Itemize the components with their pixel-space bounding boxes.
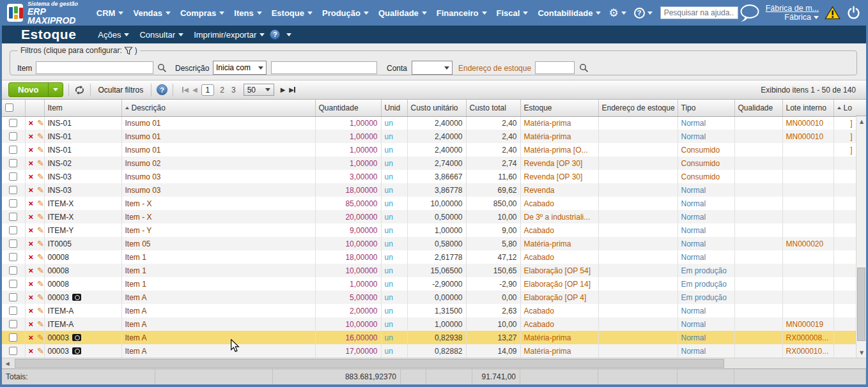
description-filter-input[interactable]: [271, 61, 377, 74]
settings-menu[interactable]: ⚙: [608, 8, 626, 19]
module-menu-a-es[interactable]: Ações: [98, 30, 129, 40]
edit-icon[interactable]: ✎: [37, 145, 44, 155]
edit-icon[interactable]: ✎: [37, 185, 44, 195]
delete-icon[interactable]: ×: [29, 333, 34, 342]
table-row[interactable]: ×✎ITEM-AItem A2,00000un1,315002,63Acabad…: [2, 304, 856, 317]
row-checkbox[interactable]: [9, 186, 17, 194]
camera-icon[interactable]: [72, 347, 81, 354]
column-header-Unid[interactable]: Unid: [381, 100, 407, 116]
edit-icon[interactable]: ✎: [37, 279, 44, 289]
table-row[interactable]: ×✎INS-03Insumo 033,00000un3,8666711,60Re…: [2, 170, 856, 183]
topbar-menu-estoque[interactable]: Estoque: [272, 8, 313, 18]
account-filter-select[interactable]: [412, 61, 453, 75]
warning-icon[interactable]: [825, 6, 841, 20]
location-search-icon[interactable]: [579, 63, 589, 73]
edit-icon[interactable]: ✎: [37, 333, 44, 342]
row-checkbox[interactable]: [9, 253, 17, 261]
column-header-icons[interactable]: [25, 100, 44, 116]
plant-selector[interactable]: Fábrica: [766, 13, 819, 22]
edit-icon[interactable]: ✎: [37, 132, 44, 141]
row-checkbox[interactable]: [9, 132, 17, 140]
chevron-down-icon[interactable]: [286, 33, 291, 36]
row-checkbox[interactable]: [9, 159, 17, 167]
edit-icon[interactable]: ✎: [37, 239, 44, 248]
column-header-Tipo[interactable]: Tipo: [678, 100, 734, 116]
delete-icon[interactable]: ×: [29, 199, 34, 208]
table-row[interactable]: ×✎INS-01Insumo 011,00000un2,400002,40Mat…: [2, 143, 856, 156]
table-row[interactable]: ×✎00008Item 110,00000un15,06500150,65Ela…: [2, 264, 856, 277]
table-row[interactable]: ×✎00003Item A5,00000un0,000000,00Elabora…: [2, 291, 856, 304]
row-checkbox[interactable]: [9, 333, 17, 342]
table-row[interactable]: ×✎INS-01Insumo 011,00000un2,400002,40Mat…: [2, 130, 856, 143]
topbar-menu-crm[interactable]: CRM: [97, 8, 124, 18]
delete-icon[interactable]: ×: [29, 292, 34, 302]
table-row[interactable]: ×✎00008Item 11,00000un-2,90000-2,90Elabo…: [2, 277, 856, 291]
row-checkbox[interactable]: [9, 146, 17, 154]
table-row[interactable]: ×✎INS-01Insumo 011,00000un2,400002,40Mat…: [2, 116, 856, 130]
delete-icon[interactable]: ×: [29, 306, 34, 315]
table-row[interactable]: ×✎INS-02Insumo 021,00000un2,740002,74Rev…: [2, 156, 856, 170]
row-checkbox[interactable]: [9, 347, 17, 355]
row-checkbox[interactable]: [9, 119, 17, 127]
delete-icon[interactable]: ×: [29, 158, 34, 168]
item-search-icon[interactable]: [157, 63, 167, 73]
camera-icon[interactable]: [72, 294, 81, 301]
app-logo[interactable]: Sistema de gestão ERP MAXIPROD: [7, 1, 89, 25]
column-header-Item[interactable]: Item: [44, 100, 121, 116]
location-filter-input[interactable]: [535, 61, 575, 74]
edit-icon[interactable]: ✎: [37, 346, 44, 356]
edit-icon[interactable]: ✎: [37, 292, 44, 302]
page-button-3[interactable]: 3: [230, 86, 237, 95]
delete-icon[interactable]: ×: [29, 279, 34, 289]
delete-icon[interactable]: ×: [29, 172, 34, 181]
help-menu[interactable]: ?: [634, 8, 653, 19]
table-row[interactable]: ×✎00003Item A16,00000un0,8293813,27Matér…: [2, 331, 856, 344]
delete-icon[interactable]: ×: [29, 266, 34, 275]
table-row[interactable]: ×✎ITEM-XItem - X20,00000un0,5000010,00De…: [2, 210, 856, 224]
page-button-2[interactable]: 2: [219, 86, 226, 95]
vertical-scroll-thumb[interactable]: [857, 268, 865, 341]
camera-icon[interactable]: [72, 334, 81, 341]
table-row[interactable]: ×✎ITEM-YItem - Y9,00000un1,000009,00Acab…: [2, 224, 856, 237]
table-row[interactable]: ×✎INS-03Insumo 0318,00000un3,8677869,62R…: [2, 183, 856, 197]
column-header-Qualidade[interactable]: Qualidade: [734, 100, 782, 116]
delete-icon[interactable]: ×: [29, 145, 34, 155]
row-checkbox[interactable]: [9, 280, 17, 288]
grid-help-icon[interactable]: ?: [157, 84, 167, 95]
row-checkbox[interactable]: [9, 320, 17, 328]
new-button-dropdown[interactable]: [48, 83, 63, 96]
edit-icon[interactable]: ✎: [37, 172, 44, 181]
row-checkbox[interactable]: [9, 226, 17, 234]
delete-icon[interactable]: ×: [29, 319, 34, 329]
edit-icon[interactable]: ✎: [37, 225, 44, 235]
edit-icon[interactable]: ✎: [37, 158, 44, 168]
refresh-button[interactable]: [74, 85, 85, 95]
horizontal-scrollbar[interactable]: ◀: [2, 358, 866, 368]
column-header-Lote interno[interactable]: Lote interno: [782, 100, 833, 116]
module-menu-consultar[interactable]: Consultar: [139, 30, 183, 40]
edit-icon[interactable]: ✎: [37, 319, 44, 329]
vertical-scrollbar[interactable]: ▲ ▼: [856, 116, 866, 358]
scroll-left-icon[interactable]: ◀: [2, 358, 13, 368]
row-checkbox[interactable]: [9, 172, 17, 181]
delete-icon[interactable]: ×: [29, 239, 34, 248]
first-page-button[interactable]: ◀: [182, 86, 189, 93]
edit-icon[interactable]: ✎: [37, 306, 44, 315]
edit-icon[interactable]: ✎: [37, 118, 44, 128]
edit-icon[interactable]: ✎: [37, 212, 44, 222]
column-header-Custo total[interactable]: Custo total: [466, 100, 520, 116]
new-button[interactable]: Novo: [8, 82, 63, 97]
company-link[interactable]: Fábrica de m...: [766, 4, 819, 13]
delete-icon[interactable]: ×: [29, 118, 34, 128]
horizontal-scroll-thumb[interactable]: [15, 359, 724, 368]
page-size-select[interactable]: 50: [244, 84, 274, 96]
module-menu-imprimir-exportar[interactable]: Imprimir/exportar: [194, 30, 265, 40]
page-button-1[interactable]: 1: [201, 84, 215, 96]
column-header-Estoque[interactable]: Estoque: [520, 100, 598, 116]
table-row[interactable]: ×✎ITEM-AItem A10,00000un1,0000010,00Acab…: [2, 317, 856, 331]
column-header-Custo unitário[interactable]: Custo unitário: [407, 100, 466, 116]
delete-icon[interactable]: ×: [29, 212, 34, 222]
scroll-down-icon[interactable]: ▼: [856, 347, 867, 358]
logout-power-icon[interactable]: [846, 6, 861, 20]
topbar-menu-financeiro[interactable]: Financeiro: [437, 8, 487, 18]
